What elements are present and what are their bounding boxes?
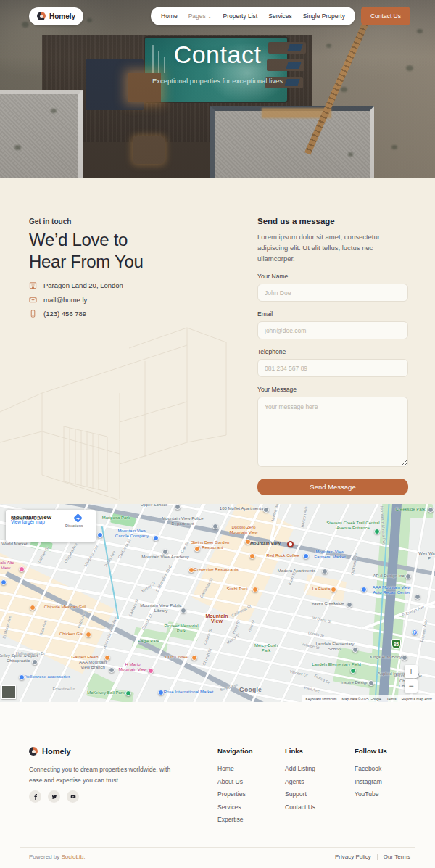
nav-item-property-list[interactable]: Property List xyxy=(223,12,258,20)
map-poi-marker[interactable] xyxy=(153,535,159,541)
map-label: W Dana St xyxy=(312,616,331,624)
contact-us-button[interactable]: Contact Us xyxy=(361,7,410,25)
map-poi-marker[interactable] xyxy=(125,690,131,696)
footer-link-services[interactable]: Services xyxy=(218,801,285,814)
legal-link-privacy-policy[interactable]: Privacy Policy xyxy=(335,853,371,860)
map-poi-marker[interactable] xyxy=(252,587,258,592)
map-label: McKelvey Ball Park xyxy=(87,690,125,695)
attribution-keyboard-shortcuts[interactable]: Keyboard shortcuts xyxy=(305,697,336,701)
your-message-input[interactable] xyxy=(257,397,408,467)
map-label: Chicken G's xyxy=(59,632,83,637)
map-poi-marker[interactable] xyxy=(97,532,103,538)
map-poi-marker[interactable] xyxy=(303,553,309,559)
map-poi-marker[interactable] xyxy=(162,549,168,555)
map-label: Upper School xyxy=(141,504,167,508)
map-poi-marker[interactable] xyxy=(402,655,407,661)
map-poi-marker[interactable] xyxy=(19,674,25,680)
map-poi-marker[interactable] xyxy=(30,605,36,611)
field-label: Your Name xyxy=(257,273,408,280)
map-label: Mountain View xyxy=(200,613,233,624)
nav-item-services[interactable]: Services xyxy=(268,12,292,20)
nav-item-single-property[interactable]: Single Property xyxy=(303,12,345,20)
legal-link-our-terms[interactable]: Our Terms xyxy=(384,853,410,860)
map-poi-marker[interactable] xyxy=(415,594,420,600)
footer-link-about-us[interactable]: About Us xyxy=(218,776,285,789)
footer-divider xyxy=(20,847,415,848)
map-poi-marker[interactable] xyxy=(148,668,154,674)
directions-button[interactable]: ➜ Directions xyxy=(65,515,90,521)
twitter-button[interactable] xyxy=(48,790,60,803)
map-zoom-out-button[interactable]: − xyxy=(405,679,418,693)
map-poi-marker[interactable] xyxy=(322,569,328,574)
form-field-telephone: Telephone xyxy=(257,348,408,377)
footer-logo[interactable]: Homely xyxy=(29,747,71,756)
kicker: Get in touch xyxy=(29,218,71,226)
footer-link-contact-us[interactable]: Contact Us xyxy=(285,801,355,814)
footer-link-properties[interactable]: Properties xyxy=(218,788,285,801)
your-name-input[interactable] xyxy=(257,284,408,302)
footer-tagline: Connecting you to dream properties world… xyxy=(29,764,185,785)
send-message-button[interactable]: Send Message xyxy=(257,479,408,495)
logo[interactable]: Homely xyxy=(29,7,83,25)
map-poi-marker[interactable] xyxy=(194,546,200,552)
email-input[interactable] xyxy=(257,321,408,339)
street-view-thumbnail[interactable] xyxy=(1,685,16,699)
youtube-button[interactable] xyxy=(67,790,79,803)
view-larger-map-link[interactable]: View larger map xyxy=(11,519,45,524)
footer-link-home[interactable]: Home xyxy=(218,763,285,776)
map-poi-marker[interactable] xyxy=(1,579,7,585)
map-poi-marker[interactable]: P xyxy=(412,629,418,635)
footer-link-expertise[interactable]: Expertise xyxy=(218,814,285,827)
facebook-button[interactable] xyxy=(29,790,41,803)
footer-link-instagram[interactable]: Instagram xyxy=(355,776,422,789)
map-poi-marker[interactable] xyxy=(181,608,186,613)
map-zoom-in-button[interactable]: + xyxy=(405,665,418,678)
contact-page: Contact Exceptional properties for excep… xyxy=(0,0,435,868)
sociolib-link[interactable]: SocioLib. xyxy=(61,853,85,860)
map-poi-marker[interactable] xyxy=(287,541,294,547)
footer-link-facebook[interactable]: Facebook xyxy=(355,763,422,776)
chevron-down-icon: ⌄ xyxy=(207,13,212,20)
footer-link-agents[interactable]: Agents xyxy=(285,776,355,789)
google-watermark[interactable]: Google xyxy=(239,686,262,693)
nav-item-pages[interactable]: Pages⌄ xyxy=(188,12,212,20)
map-poi-marker[interactable] xyxy=(109,667,115,673)
footer-link-add-listing[interactable]: Add Listing xyxy=(285,763,355,776)
telephone-input[interactable] xyxy=(257,359,408,377)
map-poi-marker[interactable] xyxy=(368,680,374,686)
map-poi-marker[interactable] xyxy=(86,632,91,637)
map-poi-marker[interactable] xyxy=(19,566,25,572)
nav-item-home[interactable]: Home xyxy=(161,12,178,20)
map-poi-marker[interactable] xyxy=(32,659,38,665)
map-poi-marker[interactable] xyxy=(350,668,356,674)
map-poi-marker[interactable] xyxy=(405,574,411,579)
attribution-report-a-map-error[interactable]: Report a map error xyxy=(402,697,432,701)
page-subtitle: Exceptional properties for exceptional l… xyxy=(0,77,435,85)
map-poi-marker[interactable] xyxy=(191,655,197,661)
map-poi-marker[interactable] xyxy=(212,524,218,529)
map-poi-marker[interactable] xyxy=(374,529,380,534)
footer-link-support[interactable]: Support xyxy=(285,788,355,801)
map-poi-marker[interactable] xyxy=(158,690,164,695)
map-poi-marker[interactable] xyxy=(175,504,181,510)
map-poi-marker[interactable] xyxy=(249,553,255,559)
footer-link-youtube[interactable]: YouTube xyxy=(355,788,422,801)
map-poi-marker[interactable] xyxy=(245,539,251,545)
map-poi-marker[interactable] xyxy=(352,647,358,653)
contact-item-text: (123) 456 789 xyxy=(44,310,86,318)
map-poi-marker[interactable] xyxy=(188,567,194,573)
map-label: Mountain View Police Department xyxy=(160,516,205,526)
map-poi-marker[interactable] xyxy=(331,587,336,592)
map-label: E Evelyn Ave xyxy=(402,605,426,619)
map-poi-marker[interactable] xyxy=(263,507,269,513)
map-poi-marker[interactable] xyxy=(428,507,434,513)
map-poi-marker[interactable] xyxy=(104,655,110,661)
form-heading: Send us a message xyxy=(257,217,408,226)
attribution-terms[interactable]: Terms xyxy=(386,697,397,701)
site-header: Homely HomePages⌄Property ListServicesSi… xyxy=(0,7,435,25)
map-poi-marker[interactable] xyxy=(361,587,367,592)
map-label: Sushi Tomi xyxy=(226,587,247,592)
contact-info-list: Paragon Land 20, Londonmail@home.ly(123)… xyxy=(29,278,123,321)
map-label: AAA Mountain View Auto Repair Center xyxy=(368,585,415,595)
map-poi-marker[interactable] xyxy=(347,602,352,608)
